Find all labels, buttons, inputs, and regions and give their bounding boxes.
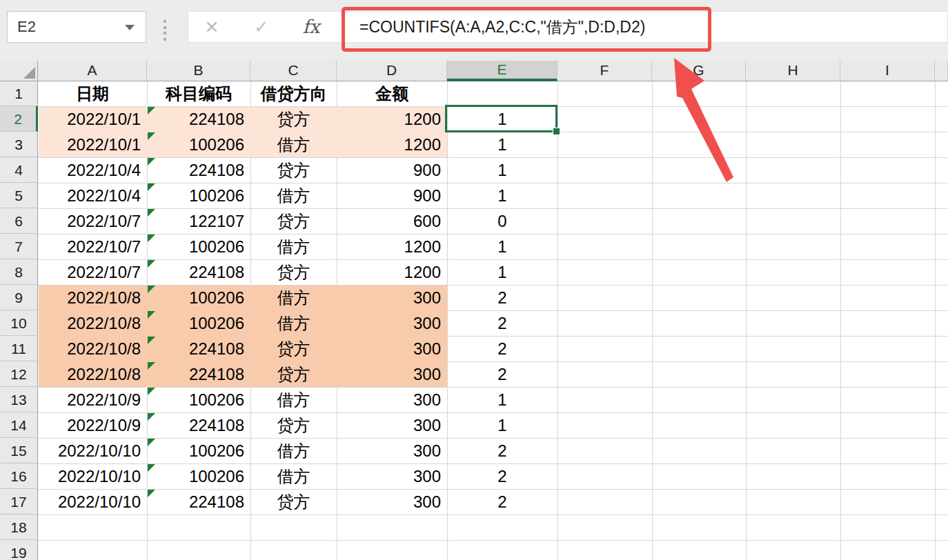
- row-header-1[interactable]: 1: [0, 81, 38, 106]
- cell-D9[interactable]: 300: [337, 285, 447, 310]
- row-header-12[interactable]: 12: [0, 361, 38, 387]
- cell-D13[interactable]: 300: [337, 387, 447, 412]
- cell-B15[interactable]: 100206: [147, 438, 250, 463]
- row-header-18[interactable]: 18: [0, 514, 38, 540]
- row-header-15[interactable]: 15: [0, 438, 38, 463]
- cell-A14[interactable]: 2022/10/9: [38, 412, 147, 438]
- cell-A15[interactable]: 2022/10/10: [38, 438, 147, 463]
- cell-C14[interactable]: 贷方: [250, 412, 337, 438]
- cell-A16[interactable]: 2022/10/10: [38, 463, 147, 489]
- formula-bar-splitter-handle[interactable]: [163, 20, 167, 41]
- cell-B5[interactable]: 100206: [147, 183, 250, 208]
- cell-C17[interactable]: 贷方: [250, 489, 337, 514]
- cell-A12[interactable]: 2022/10/8: [38, 361, 147, 387]
- row-header-6[interactable]: 6: [0, 208, 38, 234]
- cell-E7[interactable]: 1: [447, 234, 557, 259]
- cell-C8[interactable]: 贷方: [250, 259, 337, 285]
- row-header-2[interactable]: 2: [0, 106, 38, 132]
- row-header-14[interactable]: 14: [0, 412, 38, 438]
- cell-E15[interactable]: 2: [447, 438, 557, 463]
- cell-B10[interactable]: 100206: [147, 310, 250, 336]
- cell-B14[interactable]: 224108: [147, 412, 250, 438]
- cell-D16[interactable]: 300: [337, 463, 447, 489]
- cell-C7[interactable]: 借方: [250, 234, 337, 259]
- cell-D6[interactable]: 600: [337, 208, 447, 234]
- cell-B12[interactable]: 224108: [147, 361, 250, 387]
- cell-D8[interactable]: 1200: [337, 259, 447, 285]
- cell-B9[interactable]: 100206: [147, 285, 250, 310]
- cell-A2[interactable]: 2022/10/1: [38, 106, 147, 132]
- cell-D11[interactable]: 300: [337, 336, 447, 361]
- cell-B4[interactable]: 224108: [147, 157, 250, 183]
- cell-C2[interactable]: 贷方: [250, 106, 337, 132]
- column-header-G[interactable]: G: [652, 61, 746, 81]
- row-header-10[interactable]: 10: [0, 310, 38, 336]
- chevron-down-icon[interactable]: [125, 25, 135, 30]
- column-header-I[interactable]: I: [840, 61, 935, 81]
- cell-D1[interactable]: 金额: [337, 81, 447, 106]
- cell-A5[interactable]: 2022/10/4: [38, 183, 147, 208]
- cell-C13[interactable]: 借方: [250, 387, 337, 412]
- cell-A13[interactable]: 2022/10/9: [38, 387, 147, 412]
- row-header-13[interactable]: 13: [0, 387, 38, 412]
- column-header-F[interactable]: F: [557, 61, 652, 81]
- cell-E6[interactable]: 0: [447, 208, 557, 234]
- cell-E14[interactable]: 1: [447, 412, 557, 438]
- cell-B7[interactable]: 100206: [147, 234, 250, 259]
- column-header-A[interactable]: A: [38, 61, 147, 81]
- cell-C10[interactable]: 借方: [250, 310, 337, 336]
- fill-handle[interactable]: [553, 128, 560, 135]
- name-box[interactable]: E2: [7, 11, 146, 43]
- row-header-4[interactable]: 4: [0, 157, 38, 183]
- cell-E13[interactable]: 1: [447, 387, 557, 412]
- row-header-7[interactable]: 7: [0, 234, 38, 259]
- cell-C5[interactable]: 借方: [250, 183, 337, 208]
- cell-A11[interactable]: 2022/10/8: [38, 336, 147, 361]
- row-header-17[interactable]: 17: [0, 489, 38, 514]
- column-header-partial[interactable]: [935, 61, 948, 81]
- row-header-3[interactable]: 3: [0, 132, 38, 157]
- cell-D5[interactable]: 900: [337, 183, 447, 208]
- cell-E10[interactable]: 2: [447, 310, 557, 336]
- insert-function-icon[interactable]: fx: [297, 12, 325, 42]
- cell-A17[interactable]: 2022/10/10: [38, 489, 147, 514]
- cell-D17[interactable]: 300: [337, 489, 447, 514]
- cell-A7[interactable]: 2022/10/7: [38, 234, 147, 259]
- cell-D14[interactable]: 300: [337, 412, 447, 438]
- cell-D7[interactable]: 1200: [337, 234, 447, 259]
- column-header-B[interactable]: B: [147, 61, 250, 81]
- cell-B16[interactable]: 100206: [147, 463, 250, 489]
- column-header-H[interactable]: H: [746, 61, 840, 81]
- cell-A4[interactable]: 2022/10/4: [38, 157, 147, 183]
- column-header-C[interactable]: C: [250, 61, 337, 81]
- cell-C6[interactable]: 贷方: [250, 208, 337, 234]
- cell-E5[interactable]: 1: [447, 183, 557, 208]
- cell-B13[interactable]: 100206: [147, 387, 250, 412]
- cell-E12[interactable]: 2: [447, 361, 557, 387]
- cell-B8[interactable]: 224108: [147, 259, 250, 285]
- row-header-5[interactable]: 5: [0, 183, 38, 208]
- cell-D12[interactable]: 300: [337, 361, 447, 387]
- cell-C15[interactable]: 借方: [250, 438, 337, 463]
- row-header-16[interactable]: 16: [0, 463, 38, 489]
- cell-E11[interactable]: 2: [447, 336, 557, 361]
- cell-E4[interactable]: 1: [447, 157, 557, 183]
- cell-E3[interactable]: 1: [447, 132, 557, 157]
- column-header-D[interactable]: D: [337, 61, 447, 81]
- row-header-19[interactable]: 19: [0, 540, 38, 560]
- cell-D3[interactable]: 1200: [337, 132, 447, 157]
- cell-B6[interactable]: 122107: [147, 208, 250, 234]
- select-all-corner[interactable]: [0, 61, 38, 81]
- cell-D10[interactable]: 300: [337, 310, 447, 336]
- cell-A8[interactable]: 2022/10/7: [38, 259, 147, 285]
- cell-A6[interactable]: 2022/10/7: [38, 208, 147, 234]
- column-header-E[interactable]: E: [447, 61, 557, 81]
- enter-icon[interactable]: ✓: [248, 12, 275, 42]
- row-header-11[interactable]: 11: [0, 336, 38, 361]
- cell-B17[interactable]: 224108: [147, 489, 250, 514]
- cell-E16[interactable]: 2: [447, 463, 557, 489]
- formula-input[interactable]: =COUNTIFS(A:A,A2,C:C,"借方",D:D,D2): [359, 12, 645, 42]
- cell-B11[interactable]: 224108: [147, 336, 250, 361]
- cell-C16[interactable]: 借方: [250, 463, 337, 489]
- cell-A3[interactable]: 2022/10/1: [38, 132, 147, 157]
